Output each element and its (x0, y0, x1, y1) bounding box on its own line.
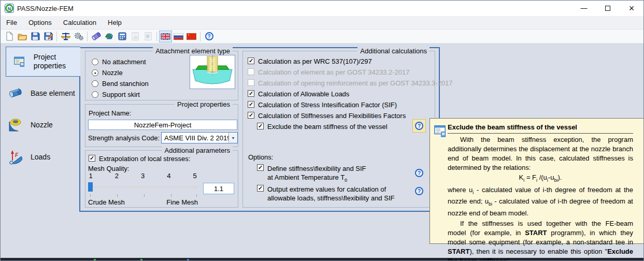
close-button[interactable]: × (620, 1, 643, 16)
checkbox-icon: ✓ (248, 101, 254, 108)
save-icon (30, 31, 40, 41)
maximize-icon (605, 6, 610, 11)
checkbox-define-stiffness-ambient[interactable]: ✓ Define stiffness\flexibility and SIFat… (257, 164, 366, 185)
help-output-extreme[interactable]: ? (412, 184, 426, 198)
save-button[interactable] (28, 31, 41, 42)
mesh-quality-slider-track[interactable] (89, 186, 197, 188)
new-document-icon (4, 31, 15, 41)
checkbox-allowable-loads[interactable]: ✓ Calculation of Allowable Loads (248, 90, 349, 98)
additional-calculations-group: Additional calculations ✓ Calculation as… (242, 51, 435, 208)
calculator-button[interactable] (116, 31, 128, 42)
attachment-element-type-group: Attachment element type No attachment ● … (85, 51, 238, 100)
menu-options[interactable]: Options (23, 17, 58, 28)
word-report-button (141, 31, 154, 42)
mesh-quality-slider-handle[interactable] (88, 182, 93, 192)
strength-code-combobox[interactable]: ASME VIII Div. 2 2019 ▼ (161, 132, 238, 143)
tooltip-exclude-beam-stiffness: Exclude the beam stiffness of the vessel… (430, 118, 644, 244)
sidebar-item-loads[interactable]: F Loads (8, 147, 79, 167)
chevron-down-icon[interactable]: ▼ (228, 133, 237, 143)
radio-nozzle[interactable]: ● Nozzle (92, 68, 123, 77)
checkbox-icon (248, 68, 254, 75)
checkbox-label: Calculation of element as per GOST 34233… (258, 68, 409, 76)
radio-no-attachment[interactable]: No attachment (92, 57, 146, 66)
checkbox-label: Calculation of Stiffnesses and Flexibili… (258, 112, 406, 120)
flag-ru-icon (174, 33, 183, 40)
language-english-button[interactable] (159, 31, 172, 42)
toolbar: ? (1, 30, 643, 44)
help-icon: ? (415, 122, 423, 130)
combobox-value: ASME VIII Div. 2 2019 (162, 134, 228, 142)
window-title: PASS/Nozzle-FEM (17, 5, 74, 12)
slider-tick (90, 194, 91, 197)
help-button[interactable]: ? (203, 31, 216, 42)
checkbox-label: Calculation of opening reinforcement as … (258, 79, 453, 87)
checkbox-output-extreme-values[interactable]: ✓ Output extreme values for calculation … (257, 185, 394, 202)
svg-text:N: N (8, 6, 11, 11)
toolbar-separator (156, 32, 157, 41)
project-name-input[interactable] (88, 120, 237, 130)
sidebar-item-label: Project properties (34, 53, 80, 70)
close-icon: × (629, 3, 635, 14)
toolbar-separator (200, 32, 201, 41)
extrapolation-checkbox[interactable]: ✓ Extrapolation of local stresses: (89, 155, 190, 163)
help-icon: ? (415, 169, 423, 177)
slider-tick (171, 194, 171, 197)
nozzle-tool-button[interactable] (90, 31, 103, 42)
radio-support-skirt[interactable]: Support skirt (92, 90, 140, 98)
group-caption: Project properties (175, 100, 233, 108)
sidebar-item-label: Nozzle (31, 121, 53, 129)
crude-mesh-label: Crude Mesh (88, 198, 125, 206)
maximize-button[interactable] (596, 1, 620, 16)
help-exclude-beam-stiffness[interactable]: ? (412, 119, 426, 133)
app-window: N PASS/Nozzle-FEM — × File Options Calcu… (0, 0, 644, 261)
content-area: Project properties Base element Nozzle (1, 44, 644, 258)
checkbox-wrc-537[interactable]: ✓ Calculation as per WRC 537(107)/297 (248, 57, 372, 65)
checkbox-sif[interactable]: ✓ Calculation of Stress Intesification F… (248, 101, 397, 109)
calculator-icon (117, 31, 127, 41)
menu-file[interactable]: File (1, 17, 23, 28)
sidebar-item-project-properties[interactable]: Project properties (6, 47, 80, 77)
open-project-button[interactable] (16, 31, 28, 42)
model-tool-icon (104, 31, 115, 41)
mesh-quality-label: Mesh Quality: (88, 165, 129, 172)
radio-icon (92, 80, 98, 87)
minimize-icon: — (581, 6, 588, 11)
settings-gears-button[interactable] (72, 31, 85, 42)
radio-icon (92, 91, 98, 98)
checkbox-stiffnesses[interactable]: ✓ Calculation of Stiffnesses and Flexibi… (248, 112, 406, 120)
menu-help[interactable]: Help (102, 17, 127, 28)
checkbox-icon: ✓ (89, 155, 95, 162)
radio-bend-stanchion[interactable]: Bend stanchion (92, 79, 149, 88)
group-caption: Additional parameters (162, 147, 233, 154)
tooltip-paragraph: With the beam stiffness exception, the p… (448, 135, 633, 172)
options-label: Options: (248, 153, 273, 161)
help-define-stiffness[interactable]: ? (412, 166, 426, 180)
checkbox-icon: ✓ (257, 123, 264, 129)
save-as-icon (43, 31, 53, 41)
checkbox-label: Extrapolation of local stresses: (99, 155, 190, 163)
mesh-scale-labels: Crude Mesh Fine Mesh (88, 198, 198, 206)
nozzle-tool-icon (91, 31, 102, 41)
svg-text:F: F (15, 152, 19, 158)
radio-label: Bend stanchion (102, 80, 149, 88)
minimize-button[interactable]: — (572, 1, 596, 16)
checkbox-label: Calculation as per WRC 537(107)/297 (258, 57, 372, 65)
checkbox-icon: ✓ (257, 164, 264, 171)
checkbox-exclude-beam-stiffness[interactable]: ✓ Exclude the beam stiffness of the vess… (257, 123, 388, 130)
units-scales-button[interactable] (59, 31, 72, 42)
language-russian-button[interactable] (172, 31, 185, 42)
checkbox-icon (248, 79, 254, 86)
checkbox-label: Define stiffness\flexibility and SIFat A… (267, 164, 366, 185)
mesh-quality-value[interactable]: 1.1 (203, 183, 234, 194)
new-document-button[interactable] (3, 31, 16, 42)
menu-calculation[interactable]: Calculation (58, 17, 102, 28)
sidebar-item-base-element[interactable]: Base element (8, 83, 79, 103)
save-as-button[interactable] (41, 31, 54, 42)
sidebar-item-label: Base element (31, 89, 75, 98)
group-caption: Attachment element type (153, 47, 233, 55)
sidebar-item-nozzle[interactable]: Nozzle (8, 115, 79, 135)
tooltip-form-icon (434, 124, 447, 138)
language-chinese-button[interactable] (185, 31, 198, 42)
model-tool-button[interactable] (103, 31, 116, 42)
radio-label: Support skirt (102, 91, 140, 98)
